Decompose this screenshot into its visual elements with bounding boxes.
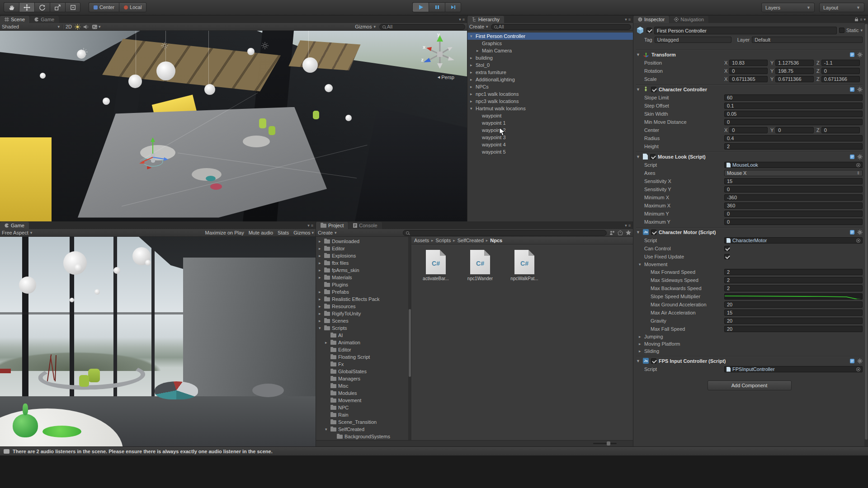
lock-icon[interactable] [854, 17, 859, 22]
scale-tool-button[interactable] [50, 2, 65, 12]
expand-arrow-icon[interactable] [325, 427, 330, 432]
foldout-row[interactable]: Sliding [636, 347, 863, 355]
expand-arrow-icon[interactable] [319, 275, 324, 280]
project-folder-item[interactable]: Materials [316, 274, 408, 281]
expand-arrow-icon[interactable] [319, 290, 324, 294]
hierarchy-item[interactable]: Graphics [467, 40, 633, 47]
expand-arrow-icon[interactable] [639, 349, 644, 353]
expand-arrow-icon[interactable] [319, 311, 324, 316]
pane-dropdown-icon[interactable]: ▾ [625, 17, 627, 22]
expand-arrow-icon[interactable] [470, 92, 476, 96]
property-value-field[interactable]: 2 [724, 269, 863, 275]
hierarchy-item[interactable]: AdditionalLighting [467, 76, 633, 83]
reference-doc-icon[interactable] [849, 358, 855, 364]
property-value-field[interactable]: 20 [724, 326, 863, 332]
breadcrumb-segment[interactable]: Scripts [436, 238, 458, 243]
expand-arrow-icon[interactable] [470, 99, 476, 103]
character-motor-script-field[interactable]: CharacterMotor [724, 237, 863, 244]
scale-z-field[interactable]: 0.6711366 [821, 76, 860, 82]
property-value-field[interactable]: 0 [724, 186, 863, 192]
reference-doc-icon[interactable] [849, 154, 855, 160]
tab-game-view[interactable]: Game [0, 222, 29, 229]
project-folder-item[interactable]: Prefabs [316, 288, 408, 296]
expand-arrow-icon[interactable] [470, 77, 476, 82]
script-file-item[interactable]: C# npcWalkPat... [508, 250, 541, 440]
hand-tool-button[interactable] [4, 2, 19, 12]
aspect-ratio-dropdown[interactable]: Free Aspect▾ [2, 230, 32, 235]
move-tool-button[interactable] [19, 2, 34, 12]
foldout-row[interactable]: Jumping [636, 333, 863, 340]
property-checkbox[interactable] [724, 246, 730, 251]
maximize-on-play-toggle[interactable]: Maximize on Play [205, 230, 244, 235]
scale-x-field[interactable]: 0.6711365 [729, 76, 768, 82]
expand-arrow-icon[interactable] [470, 70, 476, 75]
status-bar[interactable]: There are 2 audio listeners in the scene… [0, 446, 868, 455]
property-value-field[interactable]: -360 [724, 194, 863, 201]
perspective-label[interactable]: Persp [438, 74, 454, 80]
project-folder-item[interactable]: Realistic Effects Pack [316, 296, 408, 303]
object-picker-icon[interactable] [856, 239, 860, 243]
expand-arrow-icon[interactable] [325, 340, 330, 345]
center-x-field[interactable]: 0 [729, 127, 768, 133]
search-by-type-icon[interactable] [609, 230, 615, 235]
orientation-gizmo[interactable] [421, 34, 459, 76]
property-value-field[interactable]: 0.4 [724, 135, 863, 141]
hierarchy-item[interactable]: extra furniture [467, 69, 633, 76]
character-controller-enabled-checkbox[interactable] [651, 87, 656, 92]
hierarchy-item[interactable]: Hartmut walk locations [467, 105, 633, 112]
hierarchy-item[interactable]: NPCs [467, 83, 633, 90]
hierarchy-item[interactable]: waypoint 5 [467, 148, 633, 155]
expand-arrow-icon[interactable] [319, 297, 324, 301]
project-folder-item[interactable]: Managers [316, 375, 408, 382]
character-motor-enabled-checkbox[interactable] [651, 230, 656, 235]
project-folder-item[interactable]: Plugins [316, 281, 408, 288]
scene-gizmos-dropdown[interactable]: Gizmos▾ [355, 24, 376, 29]
hierarchy-item[interactable]: waypoint 3 [467, 134, 633, 141]
expand-arrow-icon[interactable] [319, 319, 324, 323]
fps-input-enabled-checkbox[interactable] [651, 358, 656, 364]
scene-search-input[interactable]: All [379, 24, 465, 30]
property-value-field[interactable]: 20 [724, 301, 863, 308]
rotation-z-field[interactable]: 0 [821, 68, 860, 74]
mouse-look-enabled-checkbox[interactable] [650, 154, 656, 160]
reference-doc-icon[interactable] [849, 230, 855, 235]
project-tree-scrollbar[interactable] [408, 237, 411, 440]
project-folder-item[interactable]: Animation [316, 339, 408, 346]
project-folder-item[interactable]: Rain [316, 411, 408, 418]
position-x-field[interactable]: 10.83 [729, 60, 768, 66]
position-z-field[interactable]: -1.1 [821, 60, 860, 66]
hierarchy-item[interactable]: npc1 walk locations [467, 90, 633, 98]
expand-arrow-icon[interactable] [470, 84, 476, 89]
pane-dropdown-icon[interactable]: ▾ [625, 223, 627, 228]
project-folder-item[interactable]: SelfCreated [316, 426, 408, 433]
fps-input-script-field[interactable]: FPSInputController [724, 366, 863, 372]
mouse-look-header[interactable]: ▼ Mouse Look (Script) [636, 152, 863, 161]
script-file-item[interactable]: C# npc1Wander [464, 250, 496, 440]
center-y-field[interactable]: 0 [775, 127, 814, 133]
project-folder-item[interactable]: Editor [316, 346, 408, 353]
gear-icon[interactable] [857, 154, 863, 160]
expand-arrow-icon[interactable] [476, 48, 482, 53]
layers-dropdown[interactable]: Layers ▼ [761, 3, 815, 12]
stats-toggle[interactable]: Stats [278, 230, 289, 235]
project-search-input[interactable] [403, 230, 607, 236]
rect-tool-button[interactable] [65, 2, 80, 12]
project-folder-item[interactable]: fpArms_skin [316, 267, 408, 274]
transform-component-header[interactable]: ▼ Transform [636, 50, 863, 59]
toggle-2d-button[interactable]: 2D [66, 24, 72, 29]
tag-dropdown[interactable]: Untagged [655, 37, 731, 43]
project-folder-item[interactable]: Fx [316, 361, 408, 368]
expand-arrow-icon[interactable] [470, 63, 476, 67]
position-y-field[interactable]: 1.127536 [775, 60, 814, 66]
static-checkbox[interactable] [839, 28, 844, 33]
character-controller-header[interactable]: ▼ Character Controller [636, 84, 863, 94]
project-folder-item[interactable]: fbx files [316, 259, 408, 267]
game-gizmos-dropdown[interactable]: Gizmos▾ [293, 230, 314, 235]
project-folder-item[interactable]: BackgroundSystems [316, 433, 408, 440]
shading-mode-dropdown[interactable]: Shaded▾ [2, 24, 60, 29]
mute-audio-toggle[interactable]: Mute audio [249, 230, 273, 235]
hierarchy-search-input[interactable]: All [491, 24, 631, 30]
expand-arrow-icon[interactable] [639, 342, 644, 346]
hierarchy-item[interactable]: Main Camera [467, 47, 633, 54]
object-picker-icon[interactable] [856, 367, 860, 371]
